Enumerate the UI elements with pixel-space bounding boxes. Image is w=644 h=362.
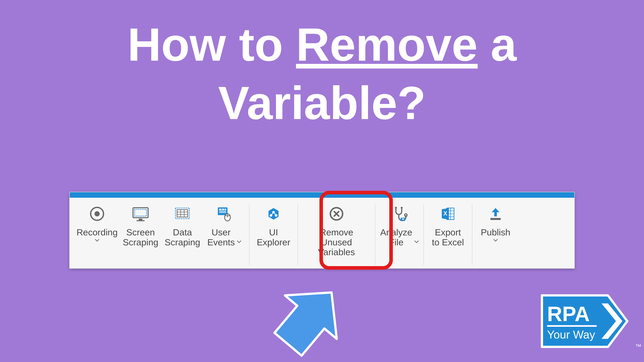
- data-scraping-button[interactable]: Data Scraping: [162, 204, 203, 247]
- recording-label: Recording: [76, 227, 118, 237]
- svg-text:❤: ❤: [402, 218, 404, 221]
- record-icon: [88, 204, 107, 224]
- publish-button[interactable]: Publish: [476, 204, 515, 242]
- ui-explorer-icon: [264, 204, 283, 224]
- user-events-button[interactable]: User Events: [203, 204, 245, 247]
- screen-scraping-label: Screen Scraping: [123, 227, 158, 247]
- ribbon-toolbar: Recording Screen Scraping: [69, 192, 575, 269]
- ribbon-top-bar: [70, 192, 574, 198]
- svg-rect-13: [219, 209, 222, 210]
- svg-point-32: [404, 214, 407, 216]
- svg-rect-42: [490, 218, 501, 220]
- close-circle-icon: [327, 204, 346, 224]
- separator: [472, 204, 472, 265]
- export-to-excel-button[interactable]: X Export to Excel: [428, 204, 468, 247]
- svg-marker-43: [262, 274, 358, 362]
- ribbon-body: Recording Screen Scraping: [70, 198, 574, 268]
- rpa-your-way-logo: RPA Your Way: [540, 294, 630, 349]
- chevron-down-icon: [414, 240, 419, 243]
- remove-unused-variables-label: Remove Unused Variables: [304, 227, 368, 257]
- svg-point-1: [94, 211, 100, 216]
- data-scraping-label: Data Scraping: [164, 227, 200, 247]
- svg-rect-3: [134, 209, 146, 216]
- svg-text:Your Way: Your Way: [547, 328, 595, 341]
- svg-rect-15: [225, 209, 226, 210]
- upload-icon: [486, 204, 505, 224]
- svg-point-31: [401, 207, 403, 209]
- chevron-down-icon: [493, 239, 498, 242]
- svg-text:RPA: RPA: [547, 302, 590, 326]
- stethoscope-icon: ❤: [390, 204, 409, 224]
- svg-rect-16: [219, 211, 226, 212]
- table-select-icon: [173, 204, 192, 224]
- separator: [375, 204, 376, 265]
- user-events-label: User Events: [207, 227, 235, 247]
- svg-text:X: X: [444, 210, 447, 217]
- title-suffix: a: [478, 18, 517, 70]
- analyze-file-button[interactable]: ❤ Analyze File: [379, 204, 420, 247]
- svg-rect-4: [139, 219, 142, 220]
- slide-title: How to Remove a Variable?: [0, 15, 644, 132]
- title-underlined: Remove: [296, 18, 478, 70]
- analyze-file-label: Analyze File: [380, 227, 412, 247]
- export-to-excel-label: Export to Excel: [432, 227, 464, 247]
- svg-marker-21: [268, 208, 278, 220]
- monitor-icon: [131, 204, 150, 224]
- recording-button[interactable]: Recording: [74, 204, 120, 242]
- remove-unused-variables-button[interactable]: Remove Unused Variables: [302, 204, 371, 257]
- svg-point-30: [395, 207, 397, 209]
- separator: [249, 204, 250, 265]
- user-events-icon: [214, 204, 234, 224]
- excel-icon: X: [438, 204, 458, 224]
- title-prefix: How to: [127, 18, 296, 70]
- ui-explorer-label: UI Explorer: [257, 227, 290, 247]
- svg-rect-7: [177, 210, 188, 217]
- separator: [424, 204, 424, 265]
- screen-scraping-button[interactable]: Screen Scraping: [120, 204, 162, 247]
- pointer-arrow-icon: [251, 274, 364, 362]
- chevron-down-icon: [95, 239, 99, 242]
- trademark-symbol: ™: [635, 343, 642, 350]
- svg-rect-17: [219, 212, 226, 213]
- ui-explorer-button[interactable]: UI Explorer: [254, 204, 294, 247]
- chevron-down-icon: [237, 240, 241, 243]
- separator: [298, 204, 298, 265]
- svg-rect-5: [136, 220, 144, 221]
- title-line2: Variable?: [0, 74, 644, 132]
- svg-rect-14: [222, 209, 224, 210]
- publish-label: Publish: [481, 227, 510, 237]
